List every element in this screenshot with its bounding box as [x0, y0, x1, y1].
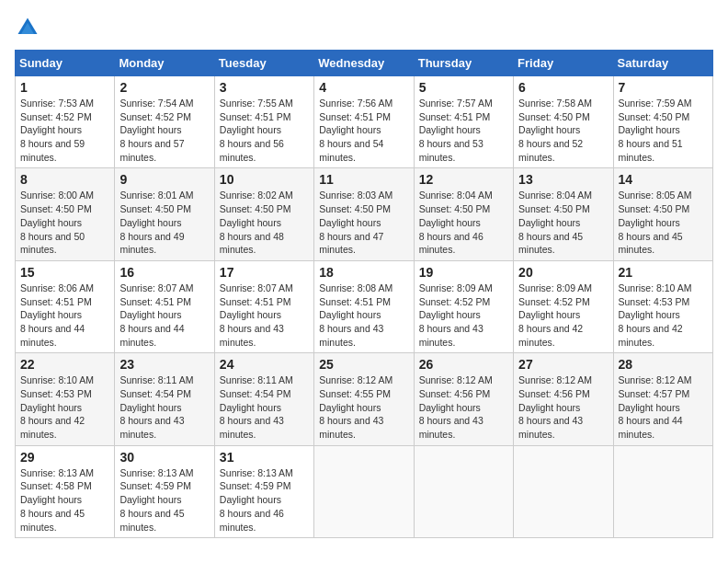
calendar-cell: 5Sunrise: 7:57 AMSunset: 4:51 PMDaylight… — [414, 76, 513, 168]
calendar-cell: 22Sunrise: 8:10 AMSunset: 4:53 PMDayligh… — [16, 353, 115, 445]
day-number: 8 — [20, 172, 109, 187]
day-number: 28 — [619, 357, 708, 372]
calendar-cell: 16Sunrise: 8:07 AMSunset: 4:51 PMDayligh… — [115, 260, 214, 352]
day-number: 1 — [20, 80, 109, 95]
calendar-week-5: 29Sunrise: 8:13 AMSunset: 4:58 PMDayligh… — [16, 445, 713, 537]
col-header-tuesday: Tuesday — [214, 51, 313, 76]
day-number: 27 — [518, 357, 608, 372]
calendar-cell: 20Sunrise: 8:09 AMSunset: 4:52 PMDayligh… — [514, 260, 613, 352]
day-number: 26 — [419, 357, 508, 372]
day-info: Sunrise: 7:55 AMSunset: 4:51 PMDaylight … — [220, 97, 309, 164]
day-info: Sunrise: 8:12 AMSunset: 4:56 PMDaylight … — [419, 373, 508, 441]
day-info: Sunrise: 8:12 AMSunset: 4:55 PMDaylight … — [319, 373, 408, 441]
calendar-cell: 25Sunrise: 8:12 AMSunset: 4:55 PMDayligh… — [314, 353, 414, 445]
day-info: Sunrise: 8:05 AMSunset: 4:50 PMDaylight … — [619, 189, 708, 256]
day-number: 21 — [619, 265, 708, 280]
day-number: 12 — [419, 172, 508, 187]
day-number: 3 — [220, 80, 309, 95]
day-number: 25 — [319, 357, 408, 372]
day-info: Sunrise: 8:02 AMSunset: 4:50 PMDaylight … — [220, 189, 309, 256]
day-info: Sunrise: 8:13 AMSunset: 4:59 PMDaylight … — [220, 466, 309, 534]
day-number: 22 — [20, 357, 109, 372]
day-number: 30 — [119, 450, 209, 465]
day-info: Sunrise: 8:04 AMSunset: 4:50 PMDaylight … — [518, 189, 608, 256]
page-header — [15, 15, 713, 40]
calendar-cell: 7Sunrise: 7:59 AMSunset: 4:50 PMDaylight… — [613, 76, 712, 168]
calendar-cell: 13Sunrise: 8:04 AMSunset: 4:50 PMDayligh… — [514, 168, 613, 260]
calendar-cell: 1Sunrise: 7:53 AMSunset: 4:52 PMDaylight… — [16, 76, 115, 168]
day-info: Sunrise: 8:07 AMSunset: 4:51 PMDaylight … — [220, 282, 309, 349]
day-number: 6 — [518, 80, 608, 95]
day-number: 17 — [220, 265, 309, 280]
calendar-cell — [613, 445, 712, 537]
day-info: Sunrise: 8:01 AMSunset: 4:50 PMDaylight … — [119, 189, 209, 256]
day-info: Sunrise: 8:11 AMSunset: 4:54 PMDaylight … — [220, 373, 309, 441]
calendar-cell: 4Sunrise: 7:56 AMSunset: 4:51 PMDaylight… — [314, 76, 414, 168]
calendar-cell: 19Sunrise: 8:09 AMSunset: 4:52 PMDayligh… — [414, 260, 513, 352]
day-info: Sunrise: 8:11 AMSunset: 4:54 PMDaylight … — [119, 373, 209, 441]
day-info: Sunrise: 7:53 AMSunset: 4:52 PMDaylight … — [20, 97, 109, 164]
day-number: 15 — [20, 265, 109, 280]
calendar-cell: 10Sunrise: 8:02 AMSunset: 4:50 PMDayligh… — [214, 168, 313, 260]
day-info: Sunrise: 7:56 AMSunset: 4:51 PMDaylight … — [319, 97, 408, 164]
calendar-cell: 12Sunrise: 8:04 AMSunset: 4:50 PMDayligh… — [414, 168, 513, 260]
day-number: 14 — [619, 172, 708, 187]
col-header-monday: Monday — [115, 51, 214, 76]
day-info: Sunrise: 8:13 AMSunset: 4:59 PMDaylight … — [119, 466, 209, 534]
calendar-cell: 15Sunrise: 8:06 AMSunset: 4:51 PMDayligh… — [16, 260, 115, 352]
col-header-saturday: Saturday — [613, 51, 712, 76]
logo-icon — [15, 15, 40, 40]
calendar-table: SundayMondayTuesdayWednesdayThursdayFrid… — [15, 50, 713, 538]
calendar-cell: 9Sunrise: 8:01 AMSunset: 4:50 PMDaylight… — [115, 168, 214, 260]
day-number: 19 — [419, 265, 508, 280]
day-number: 23 — [119, 357, 209, 372]
calendar-cell — [314, 445, 414, 537]
calendar-week-1: 1Sunrise: 7:53 AMSunset: 4:52 PMDaylight… — [16, 76, 713, 168]
calendar-cell: 3Sunrise: 7:55 AMSunset: 4:51 PMDaylight… — [214, 76, 313, 168]
day-info: Sunrise: 8:09 AMSunset: 4:52 PMDaylight … — [419, 282, 508, 349]
day-info: Sunrise: 8:12 AMSunset: 4:57 PMDaylight … — [619, 373, 708, 441]
col-header-friday: Friday — [514, 51, 613, 76]
day-number: 10 — [220, 172, 309, 187]
day-number: 31 — [220, 450, 309, 465]
calendar-cell: 18Sunrise: 8:08 AMSunset: 4:51 PMDayligh… — [314, 260, 414, 352]
calendar-cell: 6Sunrise: 7:58 AMSunset: 4:50 PMDaylight… — [514, 76, 613, 168]
calendar-cell: 17Sunrise: 8:07 AMSunset: 4:51 PMDayligh… — [214, 260, 313, 352]
day-number: 13 — [518, 172, 608, 187]
calendar-cell — [514, 445, 613, 537]
calendar-cell: 31Sunrise: 8:13 AMSunset: 4:59 PMDayligh… — [214, 445, 313, 537]
calendar-cell — [414, 445, 513, 537]
day-info: Sunrise: 8:04 AMSunset: 4:50 PMDaylight … — [419, 189, 508, 256]
day-info: Sunrise: 8:09 AMSunset: 4:52 PMDaylight … — [518, 282, 608, 349]
calendar-cell: 26Sunrise: 8:12 AMSunset: 4:56 PMDayligh… — [414, 353, 513, 445]
day-info: Sunrise: 7:54 AMSunset: 4:52 PMDaylight … — [119, 97, 209, 164]
day-number: 9 — [119, 172, 209, 187]
day-info: Sunrise: 8:10 AMSunset: 4:53 PMDaylight … — [20, 373, 109, 441]
calendar-cell: 28Sunrise: 8:12 AMSunset: 4:57 PMDayligh… — [613, 353, 712, 445]
logo — [15, 15, 44, 40]
calendar-body: 1Sunrise: 7:53 AMSunset: 4:52 PMDaylight… — [16, 76, 713, 538]
col-header-wednesday: Wednesday — [314, 51, 414, 76]
day-number: 18 — [319, 265, 408, 280]
calendar-cell: 23Sunrise: 8:11 AMSunset: 4:54 PMDayligh… — [115, 353, 214, 445]
day-number: 24 — [220, 357, 309, 372]
calendar-week-3: 15Sunrise: 8:06 AMSunset: 4:51 PMDayligh… — [16, 260, 713, 352]
calendar-cell: 27Sunrise: 8:12 AMSunset: 4:56 PMDayligh… — [514, 353, 613, 445]
day-info: Sunrise: 8:03 AMSunset: 4:50 PMDaylight … — [319, 189, 408, 256]
day-info: Sunrise: 7:57 AMSunset: 4:51 PMDaylight … — [419, 97, 508, 164]
day-number: 5 — [419, 80, 508, 95]
day-number: 4 — [319, 80, 408, 95]
calendar-week-4: 22Sunrise: 8:10 AMSunset: 4:53 PMDayligh… — [16, 353, 713, 445]
day-info: Sunrise: 8:08 AMSunset: 4:51 PMDaylight … — [319, 282, 408, 349]
day-info: Sunrise: 8:13 AMSunset: 4:58 PMDaylight … — [20, 466, 109, 534]
day-number: 20 — [518, 265, 608, 280]
day-info: Sunrise: 8:12 AMSunset: 4:56 PMDaylight … — [518, 373, 608, 441]
day-number: 11 — [319, 172, 408, 187]
day-info: Sunrise: 8:00 AMSunset: 4:50 PMDaylight … — [20, 189, 109, 256]
calendar-cell: 24Sunrise: 8:11 AMSunset: 4:54 PMDayligh… — [214, 353, 313, 445]
day-number: 29 — [20, 450, 109, 465]
calendar-cell: 8Sunrise: 8:00 AMSunset: 4:50 PMDaylight… — [16, 168, 115, 260]
day-info: Sunrise: 7:58 AMSunset: 4:50 PMDaylight … — [518, 97, 608, 164]
day-number: 16 — [119, 265, 209, 280]
calendar-cell: 11Sunrise: 8:03 AMSunset: 4:50 PMDayligh… — [314, 168, 414, 260]
